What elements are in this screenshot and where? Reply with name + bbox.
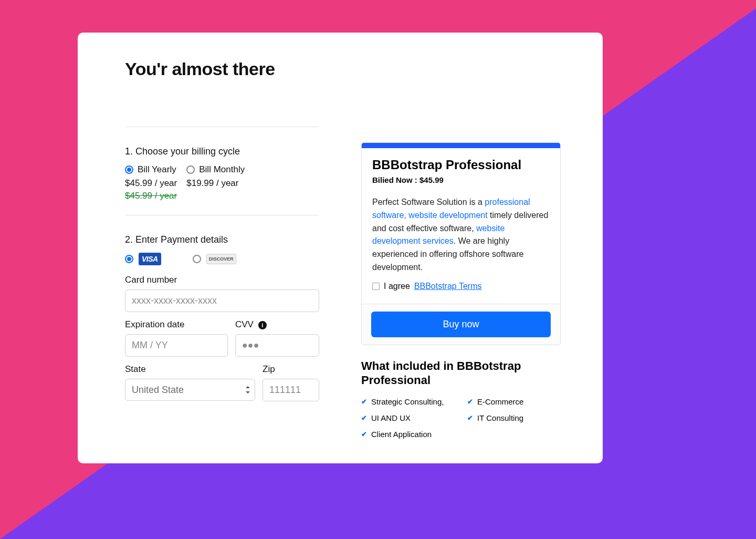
visa-icon: VISA (139, 253, 161, 265)
feature-label: IT Consulting (477, 413, 523, 422)
info-icon[interactable]: i (258, 321, 267, 329)
bill-monthly-price: $19.99 / year (186, 178, 245, 189)
summary-card: BBBotstrap Professional Bilied Now : $45… (361, 142, 561, 345)
feature-item: ✔Strategic Consulting, (361, 397, 455, 406)
cvv-label-text: CVV (235, 319, 254, 329)
feature-label: UI AND UX (371, 413, 411, 422)
billing-step-title: 1. Choose your billing cycle (125, 146, 319, 157)
feature-item: ✔E-Commerce (467, 397, 561, 406)
bill-yearly-label: Bill Yearly (138, 164, 176, 175)
page-title: You'r almost there (125, 59, 561, 79)
feature-label: E-Commerce (477, 397, 523, 406)
zip-label: Zip (262, 364, 319, 375)
agree-checkbox[interactable] (372, 283, 380, 290)
discover-icon: DISCOVER (206, 254, 236, 264)
bill-monthly-label: Bill Monthly (199, 164, 245, 175)
left-column: 1. Choose your billing cycle Bill Yearly… (125, 142, 319, 439)
feature-item: ✔IT Consulting (467, 413, 561, 422)
radio-icon[interactable] (125, 165, 133, 174)
cvv-label: CVV i (235, 319, 319, 330)
feature-label: Client Application (371, 430, 432, 439)
feature-item: ✔UI AND UX (361, 413, 455, 422)
summary-billed-now: Bilied Now : $45.99 (372, 175, 550, 184)
check-icon: ✔ (467, 414, 473, 422)
divider (125, 215, 319, 215)
radio-icon[interactable] (125, 255, 133, 263)
check-icon: ✔ (361, 430, 367, 438)
bill-yearly-price: $45.99 / year (125, 178, 177, 189)
radio-icon[interactable] (186, 165, 195, 174)
cvv-input[interactable] (235, 334, 319, 357)
right-column: BBBotstrap Professional Bilied Now : $45… (361, 142, 561, 439)
summary-description: Perfect Software Solution is a professio… (372, 196, 550, 274)
state-label: State (125, 364, 255, 375)
state-select[interactable]: United State (125, 379, 255, 401)
expiration-input[interactable] (125, 334, 228, 357)
buy-now-button[interactable]: Buy now (371, 312, 551, 337)
included-title: What included in BBBotstrap Professional (361, 359, 561, 388)
expiration-label: Expiration date (125, 319, 228, 330)
check-icon: ✔ (361, 398, 367, 406)
terms-link[interactable]: BBBotstrap Terms (414, 282, 482, 291)
feature-item: ✔Client Application (361, 430, 455, 439)
divider (125, 127, 319, 127)
desc-text: Perfect Software Solution is a (372, 198, 485, 206)
billing-options: Bill Yearly $45.99 / year $45.99 / year … (125, 164, 319, 201)
card-number-label: Card number (125, 275, 319, 285)
check-icon: ✔ (361, 414, 367, 422)
feature-label: Strategic Consulting, (371, 397, 444, 406)
agree-row: I agree BBBotstrap Terms (372, 282, 550, 291)
visa-option[interactable]: VISA (125, 253, 161, 265)
card-type-options: VISA DISCOVER (125, 253, 319, 265)
discover-option[interactable]: DISCOVER (193, 254, 236, 264)
check-icon: ✔ (467, 398, 473, 406)
zip-input[interactable] (262, 379, 319, 401)
checkout-card: You'r almost there 1. Choose your billin… (78, 33, 603, 463)
summary-accent-bar (362, 143, 560, 148)
summary-title: BBBotstrap Professional (372, 158, 550, 172)
radio-icon[interactable] (193, 255, 201, 263)
bill-yearly-strike: $45.99 / year (125, 191, 177, 201)
features-list: ✔Strategic Consulting, ✔E-Commerce ✔UI A… (361, 397, 561, 439)
payment-step-title: 2. Enter Payment details (125, 234, 319, 245)
card-number-input[interactable] (125, 289, 319, 312)
bill-yearly-option[interactable]: Bill Yearly $45.99 / year $45.99 / year (125, 164, 177, 201)
bill-monthly-option[interactable]: Bill Monthly $19.99 / year (186, 164, 245, 201)
agree-text: I agree (384, 282, 410, 291)
